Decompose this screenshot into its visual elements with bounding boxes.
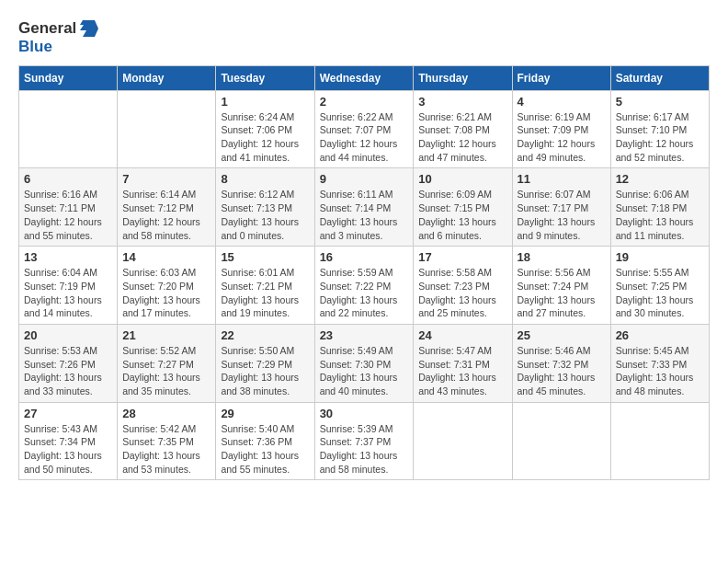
calendar-cell: 17Sunrise: 5:58 AM Sunset: 7:23 PM Dayli… — [414, 247, 512, 325]
cell-info: Sunrise: 5:42 AM Sunset: 7:35 PM Dayligh… — [122, 422, 210, 477]
cell-info: Sunrise: 6:09 AM Sunset: 7:15 PM Dayligh… — [418, 188, 506, 242]
week-row-2: 6Sunrise: 6:16 AM Sunset: 7:11 PM Daylig… — [19, 168, 710, 247]
day-number: 15 — [221, 250, 309, 264]
cell-info: Sunrise: 5:50 AM Sunset: 7:29 PM Dayligh… — [221, 344, 309, 398]
calendar-cell: 4Sunrise: 6:19 AM Sunset: 7:09 PM Daylig… — [512, 90, 610, 168]
weekday-header-saturday: Saturday — [610, 65, 709, 90]
day-number: 16 — [320, 250, 409, 264]
calendar-cell: 18Sunrise: 5:56 AM Sunset: 7:24 PM Dayli… — [512, 247, 610, 325]
day-number: 24 — [418, 328, 506, 342]
cell-info: Sunrise: 6:21 AM Sunset: 7:08 PM Dayligh… — [418, 110, 506, 165]
calendar-cell: 21Sunrise: 5:52 AM Sunset: 7:27 PM Dayli… — [118, 324, 216, 402]
day-number: 9 — [320, 172, 409, 186]
weekday-header-row: SundayMondayTuesdayWednesdayThursdayFrid… — [19, 65, 710, 90]
calendar-cell — [512, 402, 610, 480]
calendar-cell: 26Sunrise: 5:45 AM Sunset: 7:33 PM Dayli… — [610, 324, 709, 402]
calendar-cell: 24Sunrise: 5:47 AM Sunset: 7:31 PM Dayli… — [414, 324, 512, 402]
calendar-cell: 10Sunrise: 6:09 AM Sunset: 7:15 PM Dayli… — [414, 168, 512, 247]
cell-info: Sunrise: 5:53 AM Sunset: 7:26 PM Dayligh… — [24, 344, 112, 398]
cell-info: Sunrise: 6:06 AM Sunset: 7:18 PM Dayligh… — [616, 188, 704, 242]
cell-info: Sunrise: 5:56 AM Sunset: 7:24 PM Dayligh… — [518, 266, 606, 320]
day-number: 4 — [518, 95, 606, 109]
weekday-header-sunday: Sunday — [19, 65, 118, 90]
logo-arrow-icon — [78, 18, 98, 39]
cell-info: Sunrise: 5:59 AM Sunset: 7:22 PM Dayligh… — [320, 266, 409, 320]
logo-general: General — [18, 20, 76, 38]
weekday-header-wednesday: Wednesday — [314, 65, 414, 90]
calendar-cell: 27Sunrise: 5:43 AM Sunset: 7:34 PM Dayli… — [19, 402, 118, 480]
cell-info: Sunrise: 6:03 AM Sunset: 7:20 PM Dayligh… — [122, 266, 210, 320]
week-row-5: 27Sunrise: 5:43 AM Sunset: 7:34 PM Dayli… — [19, 402, 710, 480]
day-number: 14 — [122, 250, 210, 264]
day-number: 5 — [616, 95, 704, 109]
calendar-cell: 6Sunrise: 6:16 AM Sunset: 7:11 PM Daylig… — [19, 168, 118, 247]
cell-info: Sunrise: 6:07 AM Sunset: 7:17 PM Dayligh… — [518, 188, 606, 242]
cell-info: Sunrise: 6:12 AM Sunset: 7:13 PM Dayligh… — [221, 188, 309, 242]
calendar-cell: 5Sunrise: 6:17 AM Sunset: 7:10 PM Daylig… — [610, 90, 709, 168]
cell-info: Sunrise: 6:17 AM Sunset: 7:10 PM Dayligh… — [616, 110, 704, 165]
logo: General Blue — [18, 18, 98, 56]
weekday-header-thursday: Thursday — [414, 65, 512, 90]
cell-info: Sunrise: 5:45 AM Sunset: 7:33 PM Dayligh… — [616, 344, 704, 398]
cell-info: Sunrise: 5:39 AM Sunset: 7:37 PM Dayligh… — [320, 422, 409, 477]
calendar-cell — [118, 90, 216, 168]
cell-info: Sunrise: 6:11 AM Sunset: 7:14 PM Dayligh… — [320, 188, 409, 242]
day-number: 20 — [24, 328, 112, 342]
calendar-cell: 12Sunrise: 6:06 AM Sunset: 7:18 PM Dayli… — [610, 168, 709, 247]
calendar-cell: 16Sunrise: 5:59 AM Sunset: 7:22 PM Dayli… — [314, 247, 414, 325]
day-number: 27 — [24, 407, 112, 420]
header: General Blue — [18, 18, 710, 56]
day-number: 18 — [518, 250, 606, 264]
calendar-cell: 13Sunrise: 6:04 AM Sunset: 7:19 PM Dayli… — [19, 247, 118, 325]
day-number: 1 — [221, 95, 309, 109]
calendar-cell — [19, 90, 118, 168]
calendar-cell: 7Sunrise: 6:14 AM Sunset: 7:12 PM Daylig… — [118, 168, 216, 247]
day-number: 8 — [221, 172, 309, 186]
calendar-cell — [414, 402, 512, 480]
cell-info: Sunrise: 5:52 AM Sunset: 7:27 PM Dayligh… — [122, 344, 210, 398]
day-number: 26 — [616, 328, 704, 342]
cell-info: Sunrise: 6:22 AM Sunset: 7:07 PM Dayligh… — [320, 110, 409, 165]
calendar-cell — [610, 402, 709, 480]
day-number: 2 — [320, 95, 409, 109]
cell-info: Sunrise: 5:49 AM Sunset: 7:30 PM Dayligh… — [320, 344, 409, 398]
calendar-cell: 29Sunrise: 5:40 AM Sunset: 7:36 PM Dayli… — [216, 402, 314, 480]
calendar: SundayMondayTuesdayWednesdayThursdayFrid… — [18, 65, 710, 481]
cell-info: Sunrise: 6:01 AM Sunset: 7:21 PM Dayligh… — [221, 266, 309, 320]
cell-info: Sunrise: 5:58 AM Sunset: 7:23 PM Dayligh… — [418, 266, 506, 320]
calendar-cell: 19Sunrise: 5:55 AM Sunset: 7:25 PM Dayli… — [610, 247, 709, 325]
day-number: 10 — [418, 172, 506, 186]
cell-info: Sunrise: 5:43 AM Sunset: 7:34 PM Dayligh… — [24, 422, 112, 477]
day-number: 3 — [418, 95, 506, 109]
day-number: 28 — [122, 407, 210, 420]
calendar-cell: 23Sunrise: 5:49 AM Sunset: 7:30 PM Dayli… — [314, 324, 414, 402]
calendar-cell: 8Sunrise: 6:12 AM Sunset: 7:13 PM Daylig… — [216, 168, 314, 247]
calendar-cell: 25Sunrise: 5:46 AM Sunset: 7:32 PM Dayli… — [512, 324, 610, 402]
day-number: 19 — [616, 250, 704, 264]
week-row-3: 13Sunrise: 6:04 AM Sunset: 7:19 PM Dayli… — [19, 247, 710, 325]
logo-blue: Blue — [18, 39, 98, 56]
calendar-cell: 11Sunrise: 6:07 AM Sunset: 7:17 PM Dayli… — [512, 168, 610, 247]
cell-info: Sunrise: 6:04 AM Sunset: 7:19 PM Dayligh… — [24, 266, 112, 320]
calendar-cell: 30Sunrise: 5:39 AM Sunset: 7:37 PM Dayli… — [314, 402, 414, 480]
day-number: 21 — [122, 328, 210, 342]
cell-info: Sunrise: 6:16 AM Sunset: 7:11 PM Dayligh… — [24, 188, 112, 242]
day-number: 17 — [418, 250, 506, 264]
cell-info: Sunrise: 6:19 AM Sunset: 7:09 PM Dayligh… — [518, 110, 606, 165]
cell-info: Sunrise: 6:14 AM Sunset: 7:12 PM Dayligh… — [122, 188, 210, 242]
cell-info: Sunrise: 5:47 AM Sunset: 7:31 PM Dayligh… — [418, 344, 506, 398]
calendar-cell: 22Sunrise: 5:50 AM Sunset: 7:29 PM Dayli… — [216, 324, 314, 402]
weekday-header-monday: Monday — [118, 65, 216, 90]
svg-marker-0 — [80, 20, 98, 37]
day-number: 7 — [122, 172, 210, 186]
weekday-header-friday: Friday — [512, 65, 610, 90]
calendar-cell: 9Sunrise: 6:11 AM Sunset: 7:14 PM Daylig… — [314, 168, 414, 247]
calendar-cell: 3Sunrise: 6:21 AM Sunset: 7:08 PM Daylig… — [414, 90, 512, 168]
weekday-header-tuesday: Tuesday — [216, 65, 314, 90]
day-number: 23 — [320, 328, 409, 342]
cell-info: Sunrise: 6:24 AM Sunset: 7:06 PM Dayligh… — [221, 110, 309, 165]
day-number: 25 — [518, 328, 606, 342]
day-number: 6 — [24, 172, 112, 186]
cell-info: Sunrise: 5:55 AM Sunset: 7:25 PM Dayligh… — [616, 266, 704, 320]
week-row-4: 20Sunrise: 5:53 AM Sunset: 7:26 PM Dayli… — [19, 324, 710, 402]
